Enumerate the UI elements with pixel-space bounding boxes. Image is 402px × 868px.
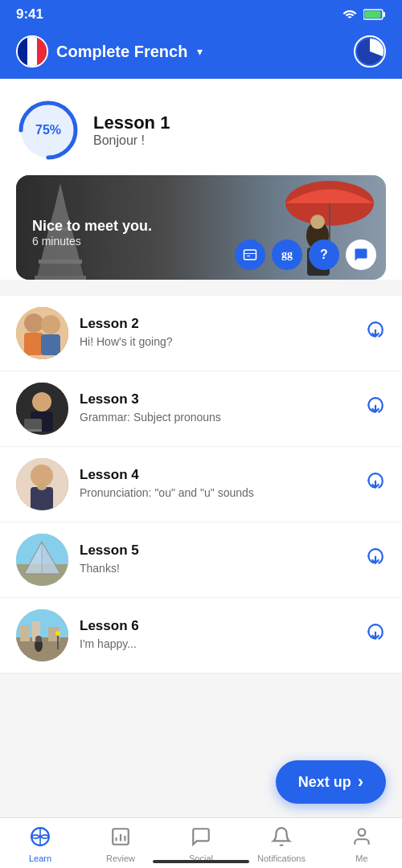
flag-red <box>37 37 47 66</box>
wifi-icon <box>343 7 357 22</box>
banner-duration: 6 minutes <box>32 235 152 248</box>
svg-point-22 <box>24 313 43 333</box>
app-header: Complete French ▾ <box>0 27 402 79</box>
lesson3-title: Lesson 3 <box>80 391 354 407</box>
lesson5-title: Lesson 5 <box>80 542 354 559</box>
svg-marker-6 <box>55 183 66 207</box>
main-content: 75% Lesson 1 Bonjour ! <box>0 79 402 770</box>
svg-rect-25 <box>41 334 60 355</box>
status-bar: 9:41 <box>0 0 402 27</box>
lesson2-desc: Hi! How's it going? <box>80 334 354 350</box>
lesson1-section: 75% Lesson 1 Bonjour ! <box>0 79 402 280</box>
learn-label: Learn <box>29 854 51 863</box>
lesson3-thumbnail <box>16 383 68 435</box>
lesson2-thumbnail <box>16 307 68 359</box>
lesson1-subtitle: Bonjour ! <box>93 133 170 148</box>
banner-heading: Nice to meet you. <box>32 218 152 235</box>
lesson-item[interactable]: Lesson 4 Pronunciation: "ou" and "u" sou… <box>0 447 402 522</box>
lesson4-title: Lesson 4 <box>80 467 354 483</box>
banner-action-icons: gg ? <box>235 240 376 270</box>
dropdown-chevron[interactable]: ▾ <box>197 45 203 58</box>
svg-point-16 <box>310 215 325 229</box>
vocabulary-icon[interactable]: gg <box>272 240 302 270</box>
next-up-arrow: › <box>358 772 363 792</box>
me-icon <box>351 826 372 850</box>
quiz-icon[interactable]: ? <box>309 240 339 270</box>
svg-point-36 <box>37 484 47 490</box>
lesson3-info: Lesson 3 Grammar: Subject pronouns <box>80 391 354 426</box>
banner-text: Nice to meet you. 6 minutes <box>32 218 152 248</box>
lesson-item[interactable]: Lesson 2 Hi! How's it going? <box>0 296 402 371</box>
svg-point-59 <box>359 829 366 836</box>
lesson3-download[interactable] <box>365 396 386 422</box>
lesson4-thumbnail <box>16 458 68 510</box>
lesson6-thumbnail <box>16 609 68 661</box>
flag-blue <box>18 37 27 66</box>
svg-point-24 <box>41 315 60 334</box>
lesson2-download[interactable] <box>365 321 386 346</box>
social-icon <box>191 826 211 850</box>
svg-rect-10 <box>39 260 82 264</box>
progress-percentage: 75% <box>35 123 61 137</box>
lesson5-desc: Thanks! <box>80 561 354 577</box>
svg-rect-30 <box>24 419 42 430</box>
french-flag <box>16 35 48 68</box>
flashcard-icon[interactable] <box>235 240 265 270</box>
lesson2-title: Lesson 2 <box>80 316 354 332</box>
lesson-item[interactable]: Lesson 5 Thanks! <box>0 522 402 598</box>
notifications-icon <box>271 826 292 850</box>
lesson3-desc: Grammar: Subject pronouns <box>80 410 354 426</box>
user-avatar[interactable] <box>354 35 386 68</box>
battery-icon <box>363 9 386 20</box>
lesson-item[interactable]: Lesson 3 Grammar: Subject pronouns <box>0 371 402 447</box>
status-icons <box>343 7 386 22</box>
nav-review[interactable]: Review <box>80 826 161 863</box>
svg-point-49 <box>55 631 60 636</box>
learn-icon <box>30 826 51 850</box>
svg-rect-2 <box>365 11 381 18</box>
lesson5-thumbnail <box>16 534 68 586</box>
lesson6-info: Lesson 6 I'm happy... <box>80 618 354 653</box>
lesson4-desc: Pronunciation: "ou" and "u" sounds <box>80 485 354 502</box>
svg-rect-45 <box>20 625 30 641</box>
lesson6-desc: I'm happy... <box>80 637 354 653</box>
nav-learn[interactable]: Learn <box>0 826 80 863</box>
lesson1-info: Lesson 1 Bonjour ! <box>93 113 170 148</box>
lesson1-title: Lesson 1 <box>93 113 170 133</box>
lesson6-title: Lesson 6 <box>80 618 354 634</box>
flag-white <box>27 37 37 66</box>
lesson5-info: Lesson 5 Thanks! <box>80 542 354 577</box>
svg-rect-18 <box>244 250 256 260</box>
svg-rect-31 <box>24 429 42 432</box>
header-left: Complete French ▾ <box>16 35 203 68</box>
review-label: Review <box>106 854 135 863</box>
nav-notifications[interactable]: Notifications <box>241 826 322 863</box>
svg-point-51 <box>35 636 42 642</box>
me-label: Me <box>355 854 367 863</box>
svg-rect-23 <box>24 333 43 355</box>
lesson2-info: Lesson 2 Hi! How's it going? <box>80 316 354 350</box>
svg-point-28 <box>32 392 51 411</box>
lesson4-download[interactable] <box>365 472 386 497</box>
lesson-list: Lesson 2 Hi! How's it going? <box>0 296 402 674</box>
progress-circle: 75% <box>16 98 80 162</box>
home-indicator <box>153 860 249 863</box>
lesson6-download[interactable] <box>365 623 386 649</box>
next-up-button[interactable]: Next up › <box>276 760 386 804</box>
svg-rect-12 <box>35 276 86 280</box>
lesson5-download[interactable] <box>365 547 386 573</box>
nav-me[interactable]: Me <box>322 826 402 863</box>
status-time: 9:41 <box>16 6 43 23</box>
review-icon <box>110 826 131 850</box>
nav-social[interactable]: Social <box>161 826 241 863</box>
lesson-item[interactable]: Lesson 6 I'm happy... <box>0 598 402 674</box>
course-title: Complete French <box>56 43 187 61</box>
notifications-label: Notifications <box>257 854 306 863</box>
svg-rect-1 <box>384 12 386 17</box>
next-up-label: Next up <box>298 774 351 791</box>
chat-icon[interactable] <box>346 240 376 270</box>
svg-point-34 <box>31 465 53 487</box>
lesson4-info: Lesson 4 Pronunciation: "ou" and "u" sou… <box>80 467 354 502</box>
lesson-banner[interactable]: Nice to meet you. 6 minutes gg ? <box>16 175 386 280</box>
svg-rect-35 <box>31 487 53 510</box>
